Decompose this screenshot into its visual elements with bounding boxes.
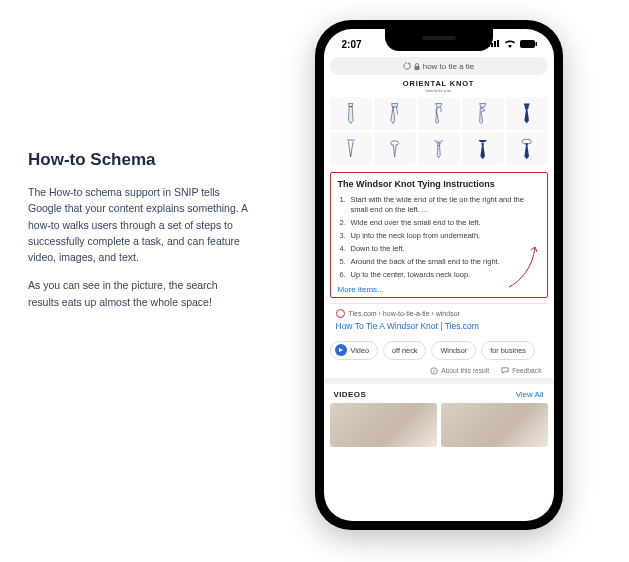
chip-offneck[interactable]: off neck (383, 341, 426, 360)
section-paragraph-1: The How-to schema support in SNIP tells … (28, 184, 248, 265)
section-paragraph-2: As you can see in the picture, the searc… (28, 277, 248, 310)
phone-screen: 2:07 how to tie a tie ORIENTAL KNOT how … (324, 29, 554, 521)
chip-windsor[interactable]: Windsor (431, 341, 476, 360)
step-5: Around the back of the small end to the … (338, 256, 540, 269)
refresh-icon[interactable] (403, 62, 411, 70)
page-container: How-to Schema The How-to schema support … (0, 0, 629, 562)
chip-business[interactable]: for busines (481, 341, 535, 360)
knot-step-2[interactable] (374, 97, 416, 130)
info-icon (430, 367, 438, 375)
snippet-title: The Windsor Knot Tying Instructions (338, 179, 540, 189)
globe-icon (336, 309, 345, 318)
result-link[interactable]: How To Tie A Windsor Knot | Ties.com (336, 321, 542, 331)
refinement-chips: Video off neck Windsor for busines (324, 337, 554, 364)
knot-step-4[interactable] (462, 97, 504, 130)
step-1: Start with the wide end of the tie on th… (338, 193, 540, 216)
svg-rect-1 (535, 42, 537, 46)
featured-snippet: The Windsor Knot Tying Instructions Star… (330, 172, 548, 298)
knot-step-1[interactable] (330, 97, 372, 130)
lock-icon (414, 63, 420, 70)
carousel-title: ORIENTAL KNOT (324, 79, 554, 88)
svg-rect-2 (414, 66, 419, 70)
step-2: Wide end over the small end to the left. (338, 216, 540, 229)
divider (330, 303, 548, 304)
step-6: Up to the center, towards neck loop. (338, 269, 540, 282)
knot-step-8[interactable] (418, 132, 460, 165)
url-text: how to tie a tie (423, 62, 475, 71)
view-all-link[interactable]: View All (516, 390, 544, 399)
section-heading: How-to Schema (28, 150, 248, 170)
step-3: Up into the neck loop from underneath. (338, 229, 540, 242)
svg-rect-0 (520, 40, 535, 48)
videos-label: VIDEOS (334, 390, 367, 399)
snippet-steps: Start with the wide end of the tie on th… (338, 193, 540, 282)
source-breadcrumb: Ties.com › how-to-tie-a-tie › windsor (349, 310, 460, 317)
battery-icon (520, 40, 538, 48)
chip-video[interactable]: Video (330, 341, 379, 360)
knot-step-9[interactable] (462, 132, 504, 165)
knot-step-7[interactable] (374, 132, 416, 165)
about-result-link[interactable]: About this result (430, 367, 489, 375)
knot-step-3[interactable] (418, 97, 460, 130)
result-meta: About this result Feedback (324, 364, 554, 378)
step-4: Down to the left. (338, 243, 540, 256)
phone-notch (385, 29, 493, 51)
phone-mockup: 2:07 how to tie a tie ORIENTAL KNOT how … (315, 20, 563, 530)
videos-header: VIDEOS View All (324, 384, 554, 403)
wifi-icon (504, 40, 516, 48)
more-items-link[interactable]: More items... (338, 285, 540, 294)
feedback-link[interactable]: Feedback (501, 367, 541, 375)
knot-step-6[interactable] (330, 132, 372, 165)
feedback-icon (501, 367, 509, 375)
carousel-subtitle: how to tie a tie (324, 88, 554, 93)
carousel-grid (324, 95, 554, 169)
play-icon (335, 344, 347, 356)
status-time: 2:07 (342, 39, 362, 50)
status-right (488, 40, 538, 48)
source-row: Ties.com › how-to-tie-a-tie › windsor (336, 309, 542, 318)
right-column: 2:07 how to tie a tie ORIENTAL KNOT how … (258, 20, 619, 542)
video-thumb-1[interactable] (330, 403, 437, 447)
url-bar[interactable]: how to tie a tie (330, 57, 548, 75)
left-column: How-to Schema The How-to schema support … (28, 20, 258, 542)
video-thumbs (324, 403, 554, 447)
video-thumb-2[interactable] (441, 403, 548, 447)
knot-step-10[interactable] (506, 132, 548, 165)
knot-step-5[interactable] (506, 97, 548, 130)
